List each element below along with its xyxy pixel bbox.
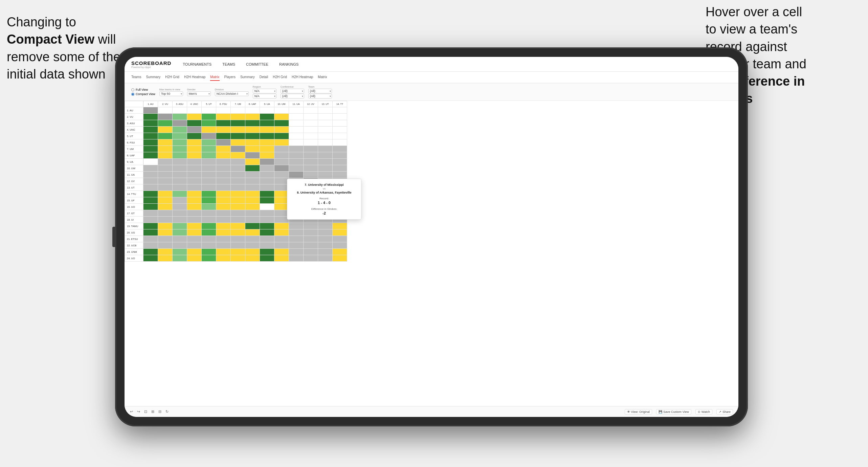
matrix-cell[interactable] — [187, 255, 202, 262]
matrix-cell[interactable] — [158, 127, 173, 133]
matrix-cell[interactable] — [231, 249, 245, 255]
matrix-cell[interactable] — [289, 255, 304, 262]
matrix-cell[interactable] — [274, 120, 289, 127]
matrix-cell[interactable] — [158, 146, 173, 152]
gender-select[interactable]: Men's Women's — [187, 91, 211, 96]
matrix-cell[interactable] — [143, 165, 158, 172]
matrix-cell[interactable] — [202, 178, 216, 184]
matrix-cell[interactable] — [274, 236, 289, 242]
tab-players[interactable]: Players — [224, 74, 236, 81]
matrix-cell[interactable] — [289, 159, 304, 165]
matrix-cell[interactable] — [245, 114, 260, 120]
matrix-cell[interactable] — [187, 172, 202, 178]
matrix-cell[interactable] — [231, 191, 245, 197]
matrix-cell[interactable] — [187, 107, 202, 114]
division-select[interactable]: NCAA Division I NCAA Division II NCAA Di… — [215, 91, 249, 96]
matrix-cell[interactable] — [216, 184, 231, 191]
matrix-cell[interactable] — [245, 172, 260, 178]
matrix-cell[interactable] — [173, 107, 187, 114]
matrix-cell[interactable] — [304, 127, 318, 133]
matrix-cell[interactable] — [158, 229, 173, 236]
matrix-cell[interactable] — [333, 229, 347, 236]
matrix-cell[interactable] — [173, 217, 187, 223]
matrix-cell[interactable] — [216, 236, 231, 242]
matrix-cell[interactable] — [202, 139, 216, 146]
matrix-cell[interactable] — [173, 120, 187, 127]
conference-select-2[interactable]: (All) — [281, 94, 304, 98]
matrix-cell[interactable] — [187, 139, 202, 146]
nav-tournaments[interactable]: TOURNAMENTS — [181, 62, 213, 66]
matrix-cell[interactable] — [158, 165, 173, 172]
matrix-cell[interactable] — [318, 146, 333, 152]
matrix-cell[interactable] — [260, 229, 274, 236]
compact-view-radio[interactable] — [131, 93, 134, 96]
matrix-cell[interactable] — [304, 172, 318, 178]
tab-summary-1[interactable]: Summary — [146, 74, 160, 81]
tab-h2h-grid-2[interactable]: H2H Grid — [273, 74, 287, 81]
matrix-cell[interactable] — [158, 210, 173, 217]
matrix-cell[interactable] — [143, 217, 158, 223]
matrix-cell[interactable] — [187, 210, 202, 217]
matrix-cell[interactable] — [187, 133, 202, 139]
matrix-cell[interactable] — [158, 120, 173, 127]
matrix-cell[interactable] — [274, 107, 289, 114]
matrix-cell[interactable] — [318, 172, 333, 178]
matrix-cell[interactable] — [158, 249, 173, 255]
matrix-cell[interactable] — [318, 229, 333, 236]
matrix-cell[interactable] — [260, 191, 274, 197]
matrix-cell[interactable] — [260, 242, 274, 249]
matrix-cell[interactable] — [202, 210, 216, 217]
matrix-cell[interactable] — [245, 197, 260, 204]
matrix-cell[interactable] — [231, 120, 245, 127]
matrix-cell[interactable] — [143, 197, 158, 204]
matrix-cell[interactable] — [304, 159, 318, 165]
matrix-cell[interactable] — [304, 242, 318, 249]
matrix-cell[interactable] — [173, 172, 187, 178]
matrix-cell[interactable] — [333, 165, 347, 172]
matrix-cell[interactable] — [274, 223, 289, 229]
matrix-cell[interactable] — [143, 172, 158, 178]
matrix-cell[interactable] — [274, 229, 289, 236]
matrix-cell[interactable] — [333, 133, 347, 139]
matrix-cell[interactable] — [143, 127, 158, 133]
matrix-cell[interactable] — [202, 223, 216, 229]
matrix-cell[interactable] — [202, 152, 216, 159]
matrix-cell[interactable] — [202, 172, 216, 178]
matrix-cell[interactable] — [231, 159, 245, 165]
matrix-cell[interactable] — [260, 210, 274, 217]
matrix-cell[interactable] — [187, 120, 202, 127]
matrix-cell[interactable] — [216, 204, 231, 210]
matrix-cell[interactable] — [245, 217, 260, 223]
matrix-cell[interactable] — [143, 204, 158, 210]
matrix-cell[interactable] — [304, 255, 318, 262]
matrix-cell[interactable] — [231, 133, 245, 139]
matrix-cell[interactable] — [187, 242, 202, 249]
matrix-cell[interactable] — [260, 114, 274, 120]
matrix-cell[interactable] — [202, 204, 216, 210]
matrix-cell[interactable] — [260, 120, 274, 127]
matrix-cell[interactable] — [173, 204, 187, 210]
matrix-cell[interactable] — [143, 255, 158, 262]
matrix-cell[interactable] — [231, 210, 245, 217]
matrix-cell[interactable] — [274, 172, 289, 178]
matrix-cell[interactable] — [289, 107, 304, 114]
matrix-cell[interactable] — [289, 172, 304, 178]
matrix-cell[interactable] — [260, 133, 274, 139]
matrix-cell[interactable] — [245, 120, 260, 127]
matrix-cell[interactable] — [173, 114, 187, 120]
matrix-cell[interactable] — [274, 242, 289, 249]
matrix-cell[interactable] — [304, 133, 318, 139]
matrix-cell[interactable] — [173, 249, 187, 255]
matrix-cell[interactable] — [187, 152, 202, 159]
matrix-cell[interactable] — [158, 217, 173, 223]
matrix-cell[interactable] — [173, 159, 187, 165]
matrix-cell[interactable] — [216, 229, 231, 236]
matrix-cell[interactable] — [289, 223, 304, 229]
matrix-cell[interactable] — [231, 204, 245, 210]
matrix-cell[interactable] — [158, 172, 173, 178]
matrix-cell[interactable] — [333, 120, 347, 127]
matrix-cell[interactable] — [231, 107, 245, 114]
matrix-cell[interactable] — [333, 242, 347, 249]
matrix-cell[interactable] — [143, 229, 158, 236]
refresh-icon[interactable]: ↻ — [165, 409, 169, 414]
